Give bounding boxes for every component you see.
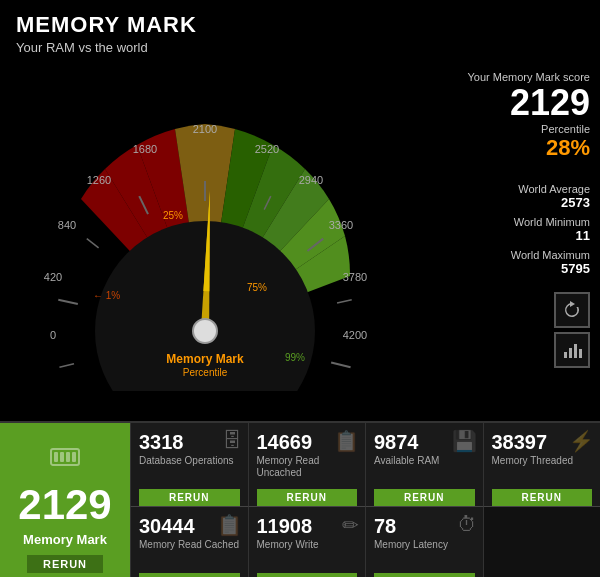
world-minimum-label: World Minimum — [410, 216, 590, 228]
svg-rect-36 — [579, 349, 582, 358]
svg-rect-41 — [72, 452, 76, 462]
world-minimum-value: 11 — [410, 228, 590, 243]
gauge-svg: 0 420 840 1260 1680 2100 2520 2940 3360 … — [25, 91, 385, 391]
svg-rect-35 — [574, 344, 577, 358]
svg-text:1680: 1680 — [133, 143, 157, 155]
svg-rect-40 — [66, 452, 70, 462]
memory-icon — [49, 441, 81, 480]
svg-text:Percentile: Percentile — [183, 367, 228, 378]
header: MEMORY MARK Your RAM vs the world — [0, 0, 600, 61]
svg-rect-34 — [569, 348, 572, 358]
stat-cell-mem-read-uncached: 📋 14669 Memory Read Uncached RERUN — [248, 423, 366, 507]
db-ops-name: Database Operations — [139, 455, 240, 467]
svg-text:0: 0 — [50, 329, 56, 341]
memwrite-icon: ✏ — [342, 513, 359, 537]
main-score-number: 2129 — [18, 484, 111, 526]
score-value: 2129 — [410, 83, 590, 123]
main-score-cell: 2129 Memory Mark RERUN — [0, 423, 130, 577]
svg-line-10 — [331, 362, 350, 367]
mem-write-rerun[interactable]: RERUN — [257, 573, 358, 577]
svg-line-2 — [59, 364, 74, 368]
mem-read-cached-rerun[interactable]: RERUN — [139, 573, 240, 577]
mem-latency-name: Memory Latency — [374, 539, 475, 551]
main-score-label: Memory Mark — [23, 532, 107, 547]
ram-icon: 💾 — [452, 429, 477, 453]
gauge-area: 0 420 840 1260 1680 2100 2520 2940 3360 … — [10, 61, 400, 421]
stat-cell-mem-threaded: ⚡ 38397 Memory Threaded RERUN — [483, 423, 601, 507]
world-maximum-value: 5795 — [410, 261, 590, 276]
mem-latency-rerun[interactable]: RERUN — [374, 573, 475, 577]
stat-cell-empty — [483, 507, 601, 577]
stat-cell-avail-ram: 💾 9874 Available RAM RERUN — [365, 423, 483, 507]
avail-ram-name: Available RAM — [374, 455, 475, 467]
score-box: Your Memory Mark score 2129 Percentile 2… — [410, 71, 590, 161]
svg-marker-32 — [570, 301, 575, 307]
memread-icon: 📋 — [334, 429, 359, 453]
svg-line-3 — [58, 300, 78, 304]
mem-threaded-rerun[interactable]: RERUN — [492, 489, 593, 506]
db-icon: 🗄 — [222, 429, 242, 452]
world-stats: World Average 2573 World Minimum 11 Worl… — [410, 177, 590, 276]
svg-text:420: 420 — [44, 271, 62, 283]
world-average-value: 2573 — [410, 195, 590, 210]
svg-text:3360: 3360 — [329, 219, 353, 231]
svg-text:25%: 25% — [163, 210, 183, 221]
right-panel: Your Memory Mark score 2129 Percentile 2… — [400, 61, 590, 421]
svg-text:4200: 4200 — [343, 329, 367, 341]
mem-read-uncached-rerun[interactable]: RERUN — [257, 489, 358, 506]
stats-grid: 🗄 3318 Database Operations RERUN 📋 14669… — [130, 423, 600, 577]
svg-text:99%: 99% — [285, 352, 305, 363]
svg-line-4 — [87, 239, 99, 248]
page-subtitle: Your RAM vs the world — [16, 40, 584, 55]
svg-text:1260: 1260 — [87, 174, 111, 186]
svg-text:75%: 75% — [247, 282, 267, 293]
stat-cell-mem-write: ✏ 11908 Memory Write RERUN — [248, 507, 366, 577]
world-average-label: World Average — [410, 183, 590, 195]
svg-rect-39 — [60, 452, 64, 462]
svg-text:← 1%: ← 1% — [93, 290, 120, 301]
world-maximum-label: World Maximum — [410, 249, 590, 261]
svg-text:840: 840 — [58, 219, 76, 231]
stat-cell-db-ops: 🗄 3318 Database Operations RERUN — [130, 423, 248, 507]
svg-text:2520: 2520 — [255, 143, 279, 155]
bottom-grid: 2129 Memory Mark RERUN 🗄 3318 Database O… — [0, 421, 600, 577]
svg-text:Memory Mark: Memory Mark — [166, 352, 244, 366]
threaded-icon: ⚡ — [569, 429, 594, 453]
svg-rect-33 — [564, 352, 567, 358]
stat-cell-mem-read-cached: 📋 30444 Memory Read Cached RERUN — [130, 507, 248, 577]
svg-text:3780: 3780 — [343, 271, 367, 283]
page-title: MEMORY MARK — [16, 12, 584, 38]
mem-write-name: Memory Write — [257, 539, 358, 551]
db-ops-rerun[interactable]: RERUN — [139, 489, 240, 506]
refresh-icon-btn[interactable] — [554, 292, 590, 328]
main-area: 0 420 840 1260 1680 2100 2520 2940 3360 … — [0, 61, 600, 421]
svg-line-9 — [337, 300, 352, 303]
svg-text:2940: 2940 — [299, 174, 323, 186]
svg-rect-38 — [54, 452, 58, 462]
stat-cell-mem-latency: ⏱ 78 Memory Latency RERUN — [365, 507, 483, 577]
mem-read-uncached-name: Memory Read Uncached — [257, 455, 358, 479]
main-rerun-button[interactable]: RERUN — [27, 555, 103, 573]
percentile-value: 28% — [410, 135, 590, 161]
mem-read-cached-name: Memory Read Cached — [139, 539, 240, 551]
mem-threaded-name: Memory Threaded — [492, 455, 593, 467]
percentile-label: Percentile — [410, 123, 590, 135]
memcache-icon: 📋 — [217, 513, 242, 537]
svg-point-29 — [193, 319, 217, 343]
chart-icon-btn[interactable] — [554, 332, 590, 368]
icons-row — [410, 292, 590, 368]
latency-icon: ⏱ — [457, 513, 477, 536]
svg-text:2100: 2100 — [193, 123, 217, 135]
avail-ram-rerun[interactable]: RERUN — [374, 489, 475, 506]
